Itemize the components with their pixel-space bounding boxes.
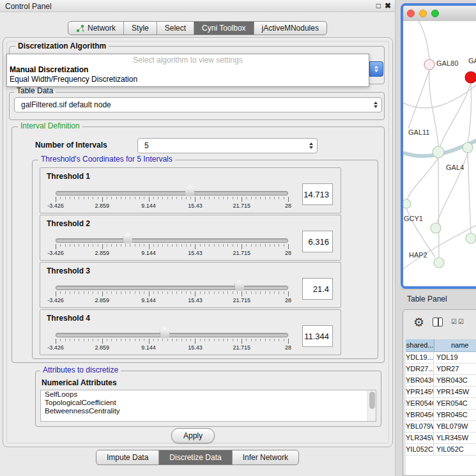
list-scrollbar[interactable] xyxy=(367,390,376,421)
tab-cyni-toolbox[interactable]: Cyni Toolbox xyxy=(194,22,254,35)
slider-scale: -3.426 2.859 9.144 15.43 21.715 28 xyxy=(56,203,288,210)
combo-stepper-icon xyxy=(309,142,313,149)
scrollbar-thumb[interactable] xyxy=(369,392,375,409)
slider-scale: -3.426 2.859 9.144 15.43 21.715 28 xyxy=(56,297,288,305)
node-gcy1[interactable] xyxy=(403,199,411,208)
tab-network[interactable]: Network xyxy=(68,22,124,35)
table-row[interactable]: YLR345W YLR345W xyxy=(406,433,476,444)
popup-option-manual-discretization[interactable]: Manual Discretization xyxy=(10,65,88,74)
slider-track[interactable] xyxy=(56,333,288,337)
table-data-select[interactable]: galFiltered.sif default node xyxy=(14,97,382,112)
node-selected-red[interactable] xyxy=(465,72,476,83)
node-label-gcy1: GCY1 xyxy=(404,215,423,222)
apply-button[interactable]: Apply xyxy=(171,428,215,443)
table-row[interactable]: YPR145W YPR145W xyxy=(406,387,476,398)
node[interactable] xyxy=(466,233,476,243)
number-of-intervals-select[interactable]: 5 xyxy=(137,138,318,153)
slider-track[interactable] xyxy=(56,286,288,290)
slider-track[interactable] xyxy=(56,191,288,196)
threshold-4-slider[interactable]: -3.426 2.859 9.144 15.43 21.715 28 xyxy=(56,326,288,353)
threshold-1-value[interactable]: 14.713 xyxy=(302,183,333,205)
screen: Control Panel □ ✖ Network Style Select xyxy=(0,0,476,476)
column-header-shared-name[interactable]: shared... xyxy=(406,339,434,351)
threshold-1-label: Threshold 1 xyxy=(47,172,90,181)
tab-discretize-data[interactable]: Discretize Data xyxy=(159,450,232,464)
bottom-tab-bar: Impute Data Discretize Data Infer Networ… xyxy=(0,450,395,465)
network-icon xyxy=(76,24,84,33)
slider-scale: -3.426 2.859 9.144 15.43 21.715 28 xyxy=(56,250,288,257)
top-tab-bar: Network Style Select Cyni Toolbox jActiv… xyxy=(0,21,395,35)
node-hap2[interactable] xyxy=(434,257,444,268)
popup-placeholder: Select algorithm to view settings xyxy=(7,56,369,65)
threshold-2-label: Threshold 2 xyxy=(47,219,90,228)
threshold-2-slider[interactable]: -3.426 2.859 9.144 15.43 21.715 28 xyxy=(56,232,288,259)
node-label-hap2: HAP2 xyxy=(409,251,427,259)
table-row[interactable]: YDL19... YDL19 xyxy=(406,352,476,364)
slider-ticks xyxy=(56,244,289,249)
tab-impute-data[interactable]: Impute Data xyxy=(96,450,159,464)
threshold-2-value[interactable]: 6.316 xyxy=(302,231,333,252)
select-columns-icon[interactable]: ☑ ☑ xyxy=(451,319,464,325)
close-traffic-light-icon[interactable] xyxy=(407,10,415,17)
control-panel-titlebar: Control Panel □ ✖ xyxy=(0,0,395,12)
slider-handle[interactable] xyxy=(234,280,244,291)
table-data-group-title: Table Data xyxy=(14,87,56,95)
close-icon[interactable]: ✖ xyxy=(385,1,391,10)
table-row[interactable]: YDR27... YDR27 xyxy=(406,364,476,375)
panel-divider xyxy=(401,289,476,289)
zoom-traffic-light-icon[interactable] xyxy=(431,10,439,17)
interval-definition-group-title: Interval Definition xyxy=(18,122,82,130)
table-row[interactable]: YBR043C YBR043C xyxy=(406,375,476,387)
up-arrow-icon xyxy=(374,66,378,68)
threshold-3-label: Threshold 3 xyxy=(47,266,90,275)
column-layout-icon[interactable] xyxy=(433,318,443,326)
node[interactable] xyxy=(463,142,473,153)
network-canvas[interactable]: GAL80 GA GAL11 GAL4 GCY1 HAP2 xyxy=(403,21,476,286)
table-panel-toolbar: ⚙ ☑ ☑ xyxy=(403,310,476,334)
tab-select[interactable]: Select xyxy=(157,22,194,35)
threshold-3-value[interactable]: 21.4 xyxy=(302,278,333,300)
number-of-intervals-value: 5 xyxy=(144,141,149,150)
table-row[interactable]: YER054C YER054C xyxy=(406,398,476,410)
table-panel-title: Table Panel xyxy=(407,295,447,303)
network-view-window[interactable]: GAL80 GA GAL11 GAL4 GCY1 HAP2 xyxy=(401,3,476,289)
threshold-1-slider[interactable]: -3.426 2.859 9.144 15.43 21.715 28 xyxy=(56,185,288,211)
threshold-3-panel: Threshold 3 -3.426 2.859 9.144 15.43 21.… xyxy=(40,262,341,308)
threshold-coordinates-group-title: Threshold's Coordinates for 5 Intervals xyxy=(38,155,175,164)
slider-handle[interactable] xyxy=(160,327,169,338)
float-window-icon[interactable]: □ xyxy=(376,1,381,10)
table-panel: ⚙ ☑ ☑ shared... name YDL19... YDL19 YDR2… xyxy=(403,309,476,476)
minimize-traffic-light-icon[interactable] xyxy=(419,10,427,17)
slider-handle[interactable] xyxy=(185,185,195,196)
down-arrow-icon xyxy=(374,70,378,72)
list-item[interactable]: BetweennessCentrality xyxy=(41,407,376,415)
slider-scale: -3.426 2.859 9.144 15.43 21.715 28 xyxy=(56,344,288,352)
slider-track[interactable] xyxy=(56,238,288,243)
slider-handle[interactable] xyxy=(123,233,132,243)
algorithm-select-stepper[interactable] xyxy=(369,61,383,77)
settings-gear-icon[interactable]: ⚙ xyxy=(413,316,424,328)
node[interactable] xyxy=(431,223,441,233)
list-item[interactable]: TopologicalCoefficient xyxy=(41,399,376,407)
tab-infer-network[interactable]: Infer Network xyxy=(233,450,298,464)
column-header-name[interactable]: name xyxy=(434,339,476,351)
numerical-attributes-label: Numerical Attributes xyxy=(42,378,117,387)
popup-option-equal-width-frequency[interactable]: Equal Width/Frequency Discretization xyxy=(10,75,137,84)
panel-title: Control Panel xyxy=(5,2,52,11)
combo-stepper-icon xyxy=(374,102,378,108)
threshold-4-panel: Threshold 4 -3.426 2.859 9.144 15.43 21.… xyxy=(40,309,341,355)
node-label-gal80: GAL80 xyxy=(436,59,458,67)
table-row[interactable]: YBL079W YBL079W xyxy=(406,421,476,433)
node-gal80[interactable] xyxy=(424,59,434,70)
node-gal4[interactable] xyxy=(433,146,444,158)
network-graph: GAL80 GA GAL11 GAL4 GCY1 HAP2 xyxy=(403,21,476,289)
tab-style[interactable]: Style xyxy=(124,22,157,35)
numerical-attributes-list[interactable]: SelfLoops TopologicalCoefficient Between… xyxy=(40,390,376,422)
table-row[interactable]: YBR045C YBR045C xyxy=(406,410,476,421)
tab-jactivemnodules[interactable]: jActiveMNodules xyxy=(254,22,326,35)
threshold-4-value[interactable]: 11.344 xyxy=(302,325,333,347)
threshold-3-slider[interactable]: -3.426 2.859 9.144 15.43 21.715 28 xyxy=(56,279,288,306)
list-item[interactable]: SelfLoops xyxy=(41,390,376,399)
number-of-intervals-label: Number of Intervals xyxy=(35,141,107,150)
table-row[interactable]: YIL052C YIL052C xyxy=(406,444,476,456)
